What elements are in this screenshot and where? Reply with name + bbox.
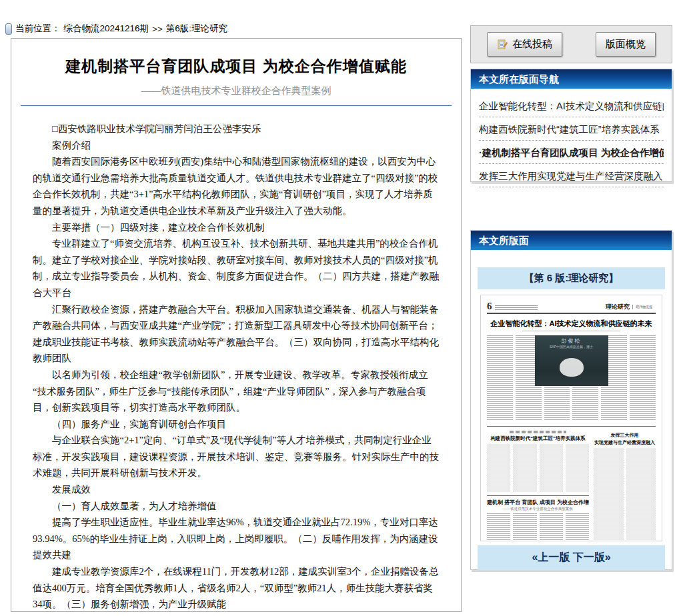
breadcrumb-issue-link[interactable]: 综合物流20241216期 — [64, 23, 149, 35]
article-paragraph: 建成专业教学资源库2个，在线课程11门，开发教材12部，建成实训室3个，企业捐赠… — [33, 563, 440, 612]
nav-list: 企业智能化转型：AI技术定义物流和供应链的构建西铁院新时代“建筑工匠”培养实践体… — [471, 89, 672, 187]
thumbnail-text-columns — [487, 513, 589, 540]
thumbnail-article-2: 构建西铁院新时代“建筑工匠”培养实践体系 建机制 搭平台 育团队 成项目 为校企… — [487, 431, 589, 540]
article-paragraph: 主要举措（一）四级对接，建立校企合作长效机制 — [33, 219, 440, 236]
prev-next-page-links[interactable]: «上一版 下一版» — [478, 545, 665, 570]
thumbnail-headline-4-subtitle: ——铁道供电技术专业群校企合作典型案例 — [487, 507, 589, 511]
thumbnail-text-column — [566, 445, 589, 491]
thumbnail-headline-4: 建机制 搭平台 育团队 成项目 为校企合作增值赋能 — [487, 499, 589, 506]
thumbnail-kicker-line — [510, 431, 566, 433]
thumbnail-section-name: 理论研究 — [606, 303, 630, 311]
article-paragraph: 随着西安国际港务区中欧班列(西安)集结中心和陆港型国家物流枢纽的建设，以西安为中… — [33, 153, 440, 219]
thumbnail-divider-2 — [487, 495, 589, 496]
article-paragraph: 案例介绍 — [33, 137, 440, 154]
page-panel-header: 本文所版面 — [471, 231, 672, 250]
online-submit-label: 在线投稿 — [512, 38, 552, 51]
thumbnail-text-column — [566, 513, 589, 540]
thumbnail-text-columns — [594, 449, 656, 540]
thumbnail-headline-1: 企业智能化转型：AI技术定义物流和供应链的未来 — [487, 319, 656, 329]
thumbnail-text-column — [487, 513, 510, 540]
current-page-panel: 本文所版面 【第 6 版:理论研究】 6 理论研究 现代物流报 企业智能化转型：… — [470, 230, 672, 570]
thumbnail-article-1-body: 彭俊松 SAP中国区高级副总裁，博士 — [487, 335, 656, 421]
sidebar-nav-item[interactable]: 发挥三大作用实现党建与生产经营深度融入 — [479, 164, 664, 187]
thumbnail-masthead: 6 理论研究 现代物流报 — [487, 301, 656, 314]
breadcrumb-bullet-icon — [5, 23, 12, 35]
online-submit-button[interactable]: 在线投稿 — [487, 32, 562, 57]
breadcrumb-prefix: 当前位置： — [15, 23, 61, 35]
layout-overview-label: 版面概览 — [606, 38, 646, 51]
flower-bouquet-shape — [560, 358, 584, 377]
thumbnail-byline-line — [522, 331, 620, 331]
layout-overview-button[interactable]: 版面概览 — [596, 32, 656, 57]
article-paragraph: 与企业联合实施“2+1”定向、“订单式”及“现代学徒制”等人才培养模式，共同制定… — [33, 432, 440, 481]
nav-panel-header: 本文所在版面导航 — [471, 69, 672, 89]
title-divider — [21, 105, 452, 106]
thumbnail-text-column — [513, 445, 536, 491]
article-title: 建机制搭平台育团队成项目 为校企合作增值赋能 — [33, 56, 440, 77]
thumbnail-masthead-lines — [495, 305, 538, 311]
article-body: □西安铁路职业技术学院闫丽芳闫泊王公强李安乐案例介绍随着西安国际港务区中欧班列(… — [33, 121, 440, 612]
thumbnail-headline-2: 构建西铁院新时代“建筑工匠”培养实践体系 — [487, 435, 589, 442]
breadcrumb-page-link[interactable]: 第6版:理论研究 — [166, 23, 227, 35]
thumbnail-text-column — [540, 513, 563, 540]
thumbnail-text-column — [630, 335, 656, 421]
thumbnail-divider-1 — [487, 426, 656, 427]
note-pencil-icon — [497, 39, 508, 50]
thumbnail-page-number: 6 — [487, 301, 492, 311]
thumbnail-headline-3-line1: 发挥三大作用 — [594, 431, 656, 439]
thumbnail-text-column — [487, 335, 513, 421]
article-paragraph: （一）育人成效显著，为人才培养增值 — [33, 498, 440, 515]
breadcrumb: 当前位置： 综合物流20241216期 >> 第6版:理论研究 — [5, 23, 227, 35]
thumbnail-text-columns — [487, 445, 589, 491]
sidebar-nav-item[interactable]: ·建机制搭平台育团队成项目 为校企合作增值 — [479, 141, 664, 164]
newspaper-thumbnail[interactable]: 6 理论研究 现代物流报 企业智能化转型：AI技术定义物流和供应链的未来 彭俊松… — [480, 295, 662, 541]
article-paragraph: 以名师为引领，校企组建“教学创新团队”，开展专业建设、教学改革。专家教授领衔成立… — [33, 367, 440, 416]
toolbar: 在线投稿 版面概览 — [470, 25, 672, 63]
sidebar-nav-item[interactable]: 企业智能化转型：AI技术定义物流和供应链的 — [479, 94, 664, 117]
thumbnail-text-column — [594, 449, 623, 540]
article-paragraph: 汇聚行政校企资源，搭建产教融合大平台。积极加入国家轨道交通装备、机器人与智能装备… — [33, 301, 440, 367]
article-paragraph: （四）服务产业，实施育训研创合作项目 — [33, 416, 440, 433]
thumbnail-headline-3-line2: 实现党建与生产经营深度融入 — [594, 439, 656, 446]
page-navigation-panel: 本文所在版面导航 企业智能化转型：AI技术定义物流和供应链的构建西铁院新时代“建… — [470, 69, 672, 182]
article-subtitle: ——铁道供电技术专业群校企合作典型案例 — [33, 85, 440, 97]
sidebar-nav-item[interactable]: 构建西铁院新时代“建筑工匠”培养实践体系 — [479, 117, 664, 141]
article-paragraph: □西安铁路职业技术学院闫丽芳闫泊王公强李安乐 — [33, 121, 440, 137]
thumbnail-text-column — [513, 513, 536, 540]
breadcrumb-separator: >> — [152, 24, 163, 34]
thumbnail-text-column — [540, 445, 563, 491]
article-container: 建机制搭平台育团队成项目 为校企合作增值赋能 ——铁道供电技术专业群校企合作典型… — [11, 38, 462, 612]
photo-person-name: 彭俊松 — [535, 337, 608, 345]
thumbnail-text-column — [487, 445, 510, 491]
speaker-photo: 彭俊松 SAP中国区高级副总裁，博士 — [535, 335, 608, 386]
page-banner-link[interactable]: 【第 6 版:理论研究】 — [478, 267, 665, 289]
article-paragraph: 发展成效 — [33, 481, 440, 498]
article-paragraph: 提高了学生职业适应性。毕业生就业率达96%，轨道交通企业就业占72.19%，专业… — [33, 514, 440, 563]
thumbnail-article-3: 发挥三大作用 实现党建与生产经营深度融入 — [594, 431, 656, 540]
photo-caption: SAP中国区高级副总裁，博士 — [535, 345, 608, 349]
thumbnail-text-column — [626, 449, 656, 540]
article-paragraph: 专业群建立了“师资交流培养、机构互设互补、技术创新共研、基地共建共用”的校企合作… — [33, 235, 440, 301]
thumbnail-headline-3: 发挥三大作用 实现党建与生产经营深度融入 — [594, 431, 656, 446]
thumbnail-paper-name: 现代物流报 — [632, 305, 656, 309]
